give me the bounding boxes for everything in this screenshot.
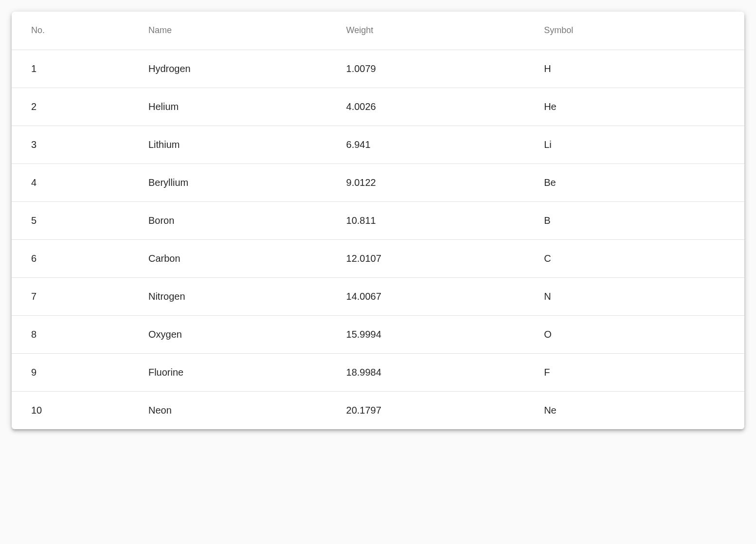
column-header-no[interactable]: No. xyxy=(12,12,129,50)
cell-weight: 4.0026 xyxy=(327,88,525,126)
table-row[interactable]: 9 Fluorine 18.9984 F xyxy=(12,353,744,391)
cell-name: Beryllium xyxy=(129,163,327,201)
cell-symbol: N xyxy=(524,277,744,315)
cell-weight: 12.0107 xyxy=(327,239,525,277)
table-row[interactable]: 10 Neon 20.1797 Ne xyxy=(12,391,744,429)
cell-no: 10 xyxy=(12,391,129,429)
cell-no: 6 xyxy=(12,239,129,277)
cell-name: Hydrogen xyxy=(129,50,327,88)
elements-table: No. Name Weight Symbol 1 Hydrogen 1.0079… xyxy=(12,12,744,429)
cell-symbol: Ne xyxy=(524,391,744,429)
cell-symbol: C xyxy=(524,239,744,277)
cell-no: 8 xyxy=(12,315,129,353)
cell-symbol: O xyxy=(524,315,744,353)
cell-name: Boron xyxy=(129,201,327,239)
table-row[interactable]: 1 Hydrogen 1.0079 H xyxy=(12,50,744,88)
cell-weight: 15.9994 xyxy=(327,315,525,353)
table-row[interactable]: 2 Helium 4.0026 He xyxy=(12,88,744,126)
cell-weight: 10.811 xyxy=(327,201,525,239)
cell-weight: 1.0079 xyxy=(327,50,525,88)
cell-name: Neon xyxy=(129,391,327,429)
table-row[interactable]: 6 Carbon 12.0107 C xyxy=(12,239,744,277)
cell-symbol: Li xyxy=(524,126,744,163)
cell-symbol: Be xyxy=(524,163,744,201)
cell-no: 4 xyxy=(12,163,129,201)
cell-name: Helium xyxy=(129,88,327,126)
cell-weight: 9.0122 xyxy=(327,163,525,201)
table-header-row: No. Name Weight Symbol xyxy=(12,12,744,50)
cell-symbol: H xyxy=(524,50,744,88)
cell-no: 2 xyxy=(12,88,129,126)
cell-name: Carbon xyxy=(129,239,327,277)
table-row[interactable]: 3 Lithium 6.941 Li xyxy=(12,126,744,163)
cell-no: 5 xyxy=(12,201,129,239)
column-header-symbol[interactable]: Symbol xyxy=(524,12,744,50)
cell-name: Fluorine xyxy=(129,353,327,391)
elements-table-card: No. Name Weight Symbol 1 Hydrogen 1.0079… xyxy=(12,12,744,429)
column-header-weight[interactable]: Weight xyxy=(327,12,525,50)
table-row[interactable]: 7 Nitrogen 14.0067 N xyxy=(12,277,744,315)
table-row[interactable]: 4 Beryllium 9.0122 Be xyxy=(12,163,744,201)
column-header-name[interactable]: Name xyxy=(129,12,327,50)
cell-weight: 18.9984 xyxy=(327,353,525,391)
cell-symbol: F xyxy=(524,353,744,391)
cell-name: Oxygen xyxy=(129,315,327,353)
table-row[interactable]: 5 Boron 10.811 B xyxy=(12,201,744,239)
cell-weight: 6.941 xyxy=(327,126,525,163)
cell-symbol: He xyxy=(524,88,744,126)
cell-name: Lithium xyxy=(129,126,327,163)
cell-weight: 14.0067 xyxy=(327,277,525,315)
cell-no: 7 xyxy=(12,277,129,315)
cell-no: 9 xyxy=(12,353,129,391)
cell-no: 3 xyxy=(12,126,129,163)
cell-no: 1 xyxy=(12,50,129,88)
cell-symbol: B xyxy=(524,201,744,239)
cell-weight: 20.1797 xyxy=(327,391,525,429)
cell-name: Nitrogen xyxy=(129,277,327,315)
table-row[interactable]: 8 Oxygen 15.9994 O xyxy=(12,315,744,353)
